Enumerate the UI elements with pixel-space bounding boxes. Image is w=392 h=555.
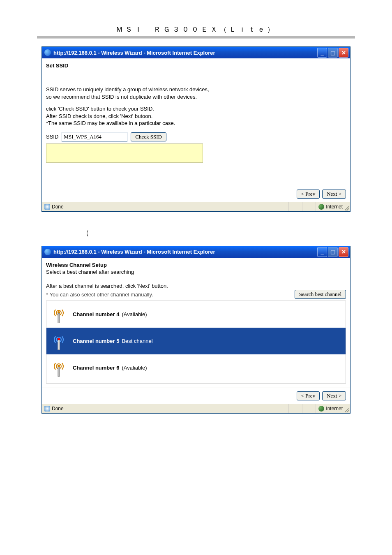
minimize-button[interactable]: _ [317,48,327,58]
channel-item-selected[interactable]: Channel number 5 Best channel [46,328,346,354]
status-bar: Done Internet [42,202,350,211]
ssid-input[interactable] [62,132,127,142]
antenna-icon [51,333,67,349]
prev-button[interactable]: < Prev [297,190,320,199]
titlebar[interactable]: http://192.168.0.1 - Wireless Wizard - M… [42,246,350,258]
status-text: Done [52,204,64,210]
titlebar[interactable]: http://192.168.0.1 - Wireless Wizard - M… [42,47,350,58]
maximize-button[interactable]: ▢ [328,247,338,257]
channel-list[interactable]: Channel number 4 (Avaliable) [46,301,346,384]
ie-logo-icon [44,249,51,255]
prev-button[interactable]: < Prev [297,391,320,400]
check-ssid-button[interactable]: Check SSID [131,132,166,141]
wizard-heading: Wireless Channel Setup [46,262,346,268]
ssid-check-result-box [46,143,203,163]
ssid-desc-2: click 'Check SSID' button to check your … [46,105,346,127]
zone-text: Internet [326,406,343,412]
antenna-icon [51,306,67,322]
wizard-heading: Set SSID [46,62,346,69]
channel-number: Channel number 6 [73,365,119,371]
maximize-button[interactable]: ▢ [328,48,338,58]
done-icon [44,406,50,412]
document-title: ＭＳＩ ＲＧ３００ＥＸ（Ｌｉｔｅ） [37,25,355,37]
minimize-button[interactable]: _ [317,247,327,257]
status-text: Done [52,406,64,412]
done-icon [44,204,50,210]
ie-logo-icon [44,49,51,56]
zone-text: Internet [326,204,343,210]
close-button[interactable]: ✕ [339,48,348,58]
wizard-nav-bar: < Prev Next > [42,388,350,404]
channel-item[interactable]: Channel number 4 (Avaliable) [46,301,346,328]
wizard-body: Wireless Channel Setup Select a best cha… [42,258,350,388]
title-rule [37,39,355,39]
body-paren: （ [37,228,355,238]
next-button[interactable]: Next > [322,190,346,199]
channel-status: (Avaliable) [122,365,147,371]
wizard-subheading: Select a best channel after searching [46,269,346,275]
search-best-channel-button[interactable]: Search best channel [295,290,346,299]
resize-grip-icon[interactable] [344,407,349,412]
channel-instr-1: After a best channel is searched, click … [46,282,168,290]
ie-window-set-ssid: http://192.168.0.1 - Wireless Wizard - M… [42,46,350,212]
ssid-desc-1: SSID serves to uniquely identify a group… [46,86,346,100]
window-title: http://192.168.0.1 - Wireless Wizard - M… [53,249,215,255]
channel-status: Best channel [122,338,152,344]
wizard-body: Set SSID SSID serves to uniquely identif… [42,58,350,186]
ssid-label: SSID [46,134,58,140]
channel-item[interactable]: Channel number 6 (Avaliable) [46,354,346,381]
antenna-icon [51,359,67,376]
window-title: http://192.168.0.1 - Wireless Wizard - M… [53,50,215,56]
status-bar: Done Internet [42,404,350,413]
next-button[interactable]: Next > [322,391,346,400]
close-button[interactable]: ✕ [339,247,348,257]
channel-status: (Avaliable) [122,311,147,317]
internet-zone-icon [318,204,324,210]
resize-grip-icon[interactable] [344,206,349,210]
channel-number: Channel number 4 [73,311,119,317]
channel-instr-2: * You can also select other channel manu… [46,291,168,298]
channel-number: Channel number 5 [73,338,119,344]
wizard-nav-bar: < Prev Next > [42,186,350,202]
ie-window-channel-setup: http://192.168.0.1 - Wireless Wizard - M… [42,246,350,414]
internet-zone-icon [318,406,324,412]
